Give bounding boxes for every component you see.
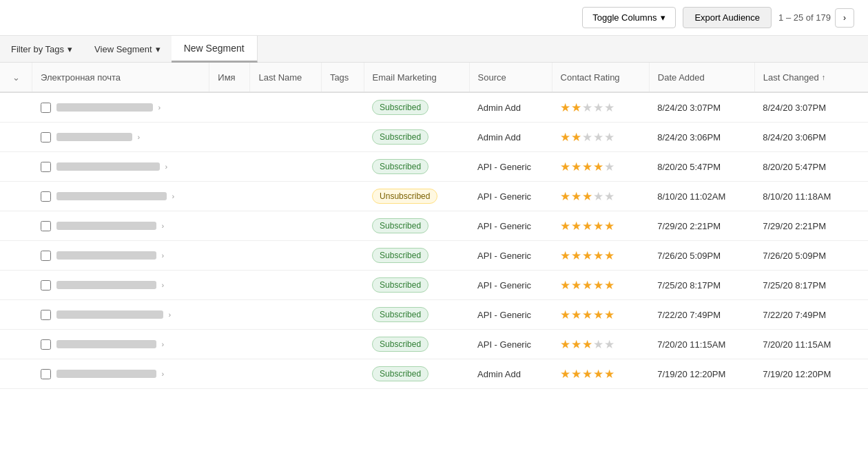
th-last-name[interactable]: Last Name [250, 63, 321, 92]
table-row: › SubscribedAPI - Generic★★★★★7/25/20 8:… [0, 271, 868, 300]
row-sort-col [0, 271, 32, 300]
toggle-columns-button[interactable]: Toggle Columns ▾ [582, 7, 676, 28]
th-contact-rating[interactable]: Contact Rating [552, 63, 649, 92]
source-cell: Admin Add [469, 92, 552, 123]
row-expand-icon[interactable]: › [162, 222, 165, 230]
star-empty-icon: ★ [604, 337, 614, 352]
star-filled-icon: ★ [571, 249, 581, 263]
last-changed-cell: 7/20/20 11:15AM [754, 330, 868, 359]
last-changed-cell: 7/19/20 12:20PM [754, 359, 868, 389]
star-filled-icon: ★ [571, 367, 581, 381]
th-date-added[interactable]: Date Added [649, 63, 754, 92]
email-blur [56, 192, 167, 200]
row-expand-icon[interactable]: › [162, 251, 165, 260]
row-expand-icon[interactable]: › [172, 192, 175, 200]
th-email[interactable]: Электронная почта [32, 63, 209, 92]
star-empty-icon: ★ [604, 101, 614, 115]
new-segment-button[interactable]: New Segment [172, 36, 258, 63]
row-expand-icon[interactable]: › [165, 162, 168, 171]
star-filled-icon: ★ [593, 278, 603, 293]
row-expand-icon[interactable]: › [158, 103, 161, 112]
star-empty-icon: ★ [593, 130, 603, 145]
star-empty-icon: ★ [582, 101, 592, 115]
star-filled-icon: ★ [560, 367, 570, 381]
first-name-cell [209, 92, 250, 123]
first-name-cell [209, 123, 250, 152]
top-bar: Toggle Columns ▾ Export Audience 1 – 25 … [0, 0, 868, 36]
star-filled-icon: ★ [582, 189, 592, 204]
email-blur [56, 222, 156, 230]
star-empty-icon: ★ [604, 160, 614, 174]
first-name-cell [209, 182, 250, 211]
star-empty-icon: ★ [582, 130, 592, 145]
filter-bar: Filter by Tags ▾ View Segment ▾ New Segm… [0, 36, 868, 63]
last-name-cell [250, 152, 321, 182]
row-checkbox[interactable] [41, 339, 51, 350]
view-segment-button[interactable]: View Segment ▾ [83, 36, 172, 62]
first-name-cell [209, 300, 250, 330]
email-marketing-cell: Subscribed [364, 92, 469, 123]
date-added-cell: 7/20/20 11:15AM [649, 330, 754, 359]
row-sort-col [0, 123, 32, 152]
email-cell: › [32, 330, 209, 359]
row-checkbox[interactable] [41, 310, 51, 320]
row-sort-col [0, 92, 32, 123]
th-first-name[interactable]: Имя [209, 63, 250, 92]
th-email-marketing[interactable]: Email Marketing [364, 63, 469, 92]
export-audience-button[interactable]: Export Audience [683, 7, 772, 28]
row-sort-col [0, 359, 32, 389]
tags-cell [321, 92, 364, 123]
th-last-changed[interactable]: Last Changed ↑ [754, 63, 868, 92]
star-empty-icon: ★ [593, 101, 603, 115]
email-marketing-cell: Subscribed [364, 123, 469, 152]
row-checkbox[interactable] [41, 191, 51, 202]
th-tags[interactable]: Tags [321, 63, 364, 92]
pagination-next-button[interactable]: › [835, 8, 854, 28]
table-row: › SubscribedAdmin Add★★★★★8/24/20 3:07PM… [0, 92, 868, 123]
first-name-cell [209, 152, 250, 182]
row-checkbox[interactable] [41, 103, 51, 113]
email-marketing-cell: Subscribed [364, 152, 469, 182]
row-checkbox[interactable] [41, 369, 51, 379]
table-row: › SubscribedAPI - Generic★★★★★7/20/20 11… [0, 330, 868, 359]
star-filled-icon: ★ [593, 160, 603, 174]
contact-rating-cell: ★★★★★ [552, 211, 649, 241]
row-expand-icon[interactable]: › [162, 281, 165, 289]
table-header-row: ⌄ Электронная почта Имя Last Name Tags E… [0, 63, 868, 92]
th-source[interactable]: Source [469, 63, 552, 92]
source-cell: Admin Add [469, 123, 552, 152]
status-badge: Subscribed [372, 159, 428, 174]
contact-rating-cell: ★★★★★ [552, 330, 649, 359]
date-added-cell: 7/22/20 7:49PM [649, 300, 754, 330]
stars: ★★★★★ [560, 189, 614, 204]
row-sort-col [0, 241, 32, 271]
star-filled-icon: ★ [560, 308, 570, 322]
chevron-right-icon: › [843, 13, 846, 23]
row-sort-col [0, 152, 32, 182]
source-cell: API - Generic [469, 271, 552, 300]
star-filled-icon: ★ [593, 249, 603, 263]
th-sort[interactable]: ⌄ [0, 63, 32, 92]
star-filled-icon: ★ [571, 160, 581, 174]
row-expand-icon[interactable]: › [169, 310, 172, 319]
row-expand-icon[interactable]: › [162, 370, 165, 378]
row-checkbox[interactable] [41, 132, 51, 142]
email-cell: › [32, 92, 209, 123]
row-expand-icon[interactable]: › [162, 340, 165, 348]
star-filled-icon: ★ [604, 219, 614, 233]
sort-icon[interactable]: ⌄ [8, 70, 23, 85]
contact-rating-cell: ★★★★★ [552, 359, 649, 389]
row-checkbox[interactable] [41, 221, 51, 231]
email-marketing-cell: Subscribed [364, 300, 469, 330]
row-expand-icon[interactable]: › [138, 133, 141, 141]
row-checkbox[interactable] [41, 280, 51, 291]
row-checkbox[interactable] [41, 251, 51, 261]
chevron-down-icon: ▾ [156, 44, 161, 54]
star-filled-icon: ★ [560, 160, 570, 174]
tags-cell [321, 241, 364, 271]
row-checkbox[interactable] [41, 162, 51, 172]
source-cell: API - Generic [469, 182, 552, 211]
date-added-cell: 8/24/20 3:06PM [649, 123, 754, 152]
filter-by-tags-button[interactable]: Filter by Tags ▾ [0, 36, 83, 62]
email-marketing-cell: Subscribed [364, 359, 469, 389]
